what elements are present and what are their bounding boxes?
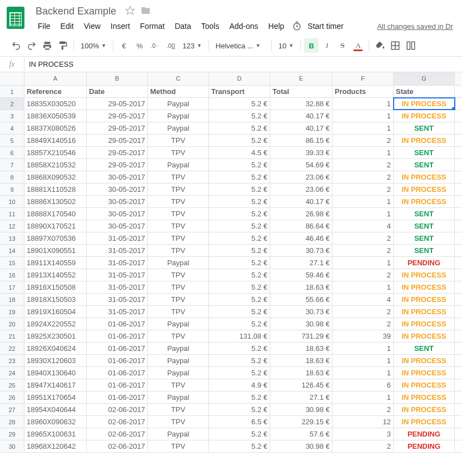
row-header[interactable]: 27 xyxy=(0,404,24,415)
row-header[interactable]: 16 xyxy=(0,269,24,281)
row-header[interactable]: 5 xyxy=(0,135,24,146)
cell-products[interactable]: 2 xyxy=(332,184,394,195)
cell-transport[interactable]: 5.2 € xyxy=(209,428,270,440)
row-header[interactable]: 3 xyxy=(0,110,24,122)
cell-state[interactable]: SENT xyxy=(394,343,455,354)
cell-reference[interactable]: 18913X140552 xyxy=(24,269,87,281)
header-products[interactable]: Products xyxy=(332,86,394,97)
cell-products[interactable]: 6 xyxy=(332,379,394,391)
cell-method[interactable]: Paypal xyxy=(148,391,209,403)
cell-method[interactable]: Paypal xyxy=(148,428,209,440)
cell-total[interactable]: 30.73 € xyxy=(270,306,332,318)
cell-date[interactable]: 31-05-2017 xyxy=(87,257,148,269)
cell-transport[interactable]: 5.2 € xyxy=(209,391,270,403)
cell-products[interactable]: 4 xyxy=(332,294,394,305)
cell-transport[interactable]: 5.2 € xyxy=(209,306,270,318)
cell-transport[interactable]: 4.9 € xyxy=(209,379,270,391)
cell-method[interactable]: TPV xyxy=(148,184,209,195)
formula-input[interactable] xyxy=(24,57,462,72)
cell-date[interactable]: 29-05-2017 xyxy=(87,98,148,110)
zoom-select[interactable]: 100%▼ xyxy=(77,38,110,53)
cell-state[interactable]: PENDING xyxy=(394,440,455,452)
cell-total[interactable]: 18.63 € xyxy=(270,281,332,293)
cell-transport[interactable]: 5.2 € xyxy=(209,355,270,366)
font-size-select[interactable]: 10▼ xyxy=(275,38,297,53)
cell-transport[interactable]: 5.2 € xyxy=(209,440,270,452)
row-header[interactable]: 12 xyxy=(0,220,24,232)
cell-transport[interactable]: 5.2 € xyxy=(209,184,270,195)
cell-method[interactable]: TPV xyxy=(148,306,209,318)
cell-total[interactable]: 30.98 € xyxy=(270,440,332,452)
row-header[interactable]: 23 xyxy=(0,355,24,366)
cell-total[interactable]: 23.06 € xyxy=(270,171,332,183)
cell-method[interactable]: TPV xyxy=(148,171,209,183)
cell-products[interactable]: 12 xyxy=(332,416,394,428)
cell-method[interactable]: TPV xyxy=(148,135,209,146)
cell-state[interactable]: SENT xyxy=(394,208,455,220)
cell-state[interactable]: IN PROCESS xyxy=(394,306,455,318)
cell-products[interactable]: 39 xyxy=(332,330,394,342)
cell-products[interactable]: 1 xyxy=(332,208,394,220)
fill-color-button[interactable] xyxy=(372,38,387,53)
cell-products[interactable]: 2 xyxy=(332,306,394,318)
cell-transport[interactable]: 131.08 € xyxy=(209,330,270,342)
cell-state[interactable]: IN PROCESS xyxy=(394,416,455,428)
col-header-A[interactable]: A xyxy=(24,72,87,85)
cell-reference[interactable]: 18916X150508 xyxy=(24,281,87,293)
cell-total[interactable]: 18.63 € xyxy=(270,355,332,366)
cell-total[interactable]: 18.63 € xyxy=(270,343,332,354)
cell-method[interactable]: TPV xyxy=(148,208,209,220)
sheets-logo[interactable] xyxy=(4,7,27,29)
cell-state[interactable]: SENT xyxy=(394,245,455,256)
cell-transport[interactable]: 6.5 € xyxy=(209,416,270,428)
header-reference[interactable]: Reference xyxy=(24,86,87,97)
cell-products[interactable]: 1 xyxy=(332,367,394,379)
row-header[interactable]: 9 xyxy=(0,184,24,195)
format-currency-button[interactable]: € xyxy=(117,38,131,53)
cell-date[interactable]: 30-05-2017 xyxy=(87,196,148,207)
cell-products[interactable]: 1 xyxy=(332,196,394,207)
cell-products[interactable]: 3 xyxy=(332,428,394,440)
cell-total[interactable]: 27.1 € xyxy=(270,257,332,269)
cell-date[interactable]: 30-05-2017 xyxy=(87,171,148,183)
cell-state[interactable]: IN PROCESS xyxy=(394,391,455,403)
cell-date[interactable]: 29-05-2017 xyxy=(87,135,148,146)
cell-reference[interactable]: 18919X160504 xyxy=(24,306,87,318)
cell-reference[interactable]: 18868X090532 xyxy=(24,171,87,183)
cell-date[interactable]: 30-05-2017 xyxy=(87,184,148,195)
cell-products[interactable]: 1 xyxy=(332,343,394,354)
row-header[interactable]: 22 xyxy=(0,343,24,354)
cell-products[interactable]: 2 xyxy=(332,232,394,244)
cell-method[interactable]: Paypal xyxy=(148,159,209,171)
cell-state[interactable]: SENT xyxy=(394,159,455,171)
cell-date[interactable]: 02-06-2017 xyxy=(87,440,148,452)
cell-reference[interactable]: 18965X100631 xyxy=(24,428,87,440)
cell-total[interactable]: 57.6 € xyxy=(270,428,332,440)
row-header[interactable]: 11 xyxy=(0,208,24,220)
cell-date[interactable]: 29-05-2017 xyxy=(87,159,148,171)
cell-method[interactable]: TPV xyxy=(148,196,209,207)
cell-reference[interactable]: 18954X040644 xyxy=(24,404,87,415)
cell-method[interactable]: TPV xyxy=(148,330,209,342)
cell-reference[interactable]: 18858X210532 xyxy=(24,159,87,171)
cell-transport[interactable]: 5.2 € xyxy=(209,171,270,183)
cell-products[interactable]: 1 xyxy=(332,147,394,158)
cell-total[interactable]: 40.17 € xyxy=(270,110,332,122)
cell-products[interactable]: 1 xyxy=(332,98,394,110)
menu-data[interactable]: Data xyxy=(170,19,196,33)
cell-method[interactable]: Paypal xyxy=(148,355,209,366)
cell-state[interactable]: PENDING xyxy=(394,257,455,269)
row-header[interactable]: 15 xyxy=(0,257,24,269)
italic-button[interactable]: I xyxy=(320,38,334,53)
cell-reference[interactable]: 18926X040624 xyxy=(24,343,87,354)
star-icon[interactable] xyxy=(125,6,135,17)
cell-date[interactable]: 29-05-2017 xyxy=(87,110,148,122)
row-header[interactable]: 21 xyxy=(0,330,24,342)
cell-method[interactable]: Paypal xyxy=(148,98,209,110)
cell-method[interactable]: TPV xyxy=(148,416,209,428)
cell-reference[interactable]: 18947X140617 xyxy=(24,379,87,391)
cell-transport[interactable]: 5.2 € xyxy=(209,122,270,134)
cell-method[interactable]: TPV xyxy=(148,440,209,452)
menu-file[interactable]: File xyxy=(33,19,55,33)
cell-date[interactable]: 02-06-2017 xyxy=(87,428,148,440)
